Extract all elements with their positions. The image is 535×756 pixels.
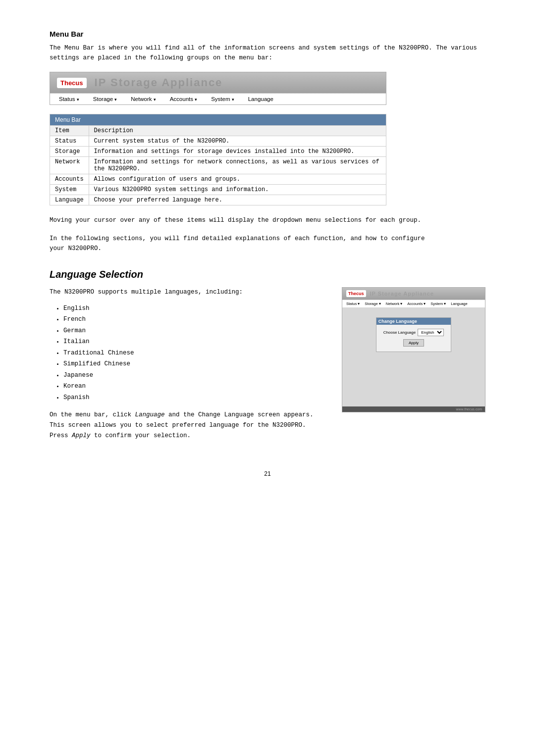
lang-nav-storage: Storage ▾ [365, 302, 380, 306]
table-row: Accounts Allows configuration of users a… [50, 174, 386, 185]
list-item: Japanese [63, 370, 327, 381]
lang-mockup-title: IP Storage Appliance [370, 291, 434, 297]
apply-button[interactable]: Apply [403, 339, 424, 347]
lang-nav-system: System ▾ [430, 302, 446, 306]
nav-network[interactable]: Network ▾ [131, 96, 156, 102]
lang-note-part1: On the menu bar, click [50, 411, 135, 418]
lang-intro: The N3200PRO supports multiple languages… [50, 287, 327, 297]
row-desc-storage: Information and settings for storage dev… [89, 147, 386, 157]
row-item-accounts: Accounts [50, 174, 89, 185]
list-item: Korean [63, 381, 327, 392]
nav-language[interactable]: Language [248, 96, 273, 102]
table-header-row: Menu Bar [50, 114, 386, 126]
menu-table: Menu Bar Item Description Status Current… [50, 114, 386, 205]
page-number: 21 [50, 470, 485, 477]
lang-mockup-body: Change Language Choose Language English … [342, 307, 485, 406]
lang-note-italic1: Language [135, 411, 165, 418]
list-item: German [63, 325, 327, 337]
col-header-desc: Description [89, 126, 386, 136]
table-col-headers: Item Description [50, 126, 386, 136]
col-header-item: Item [50, 126, 89, 136]
row-item-network: Network [50, 157, 89, 174]
list-item: Spanish [63, 392, 327, 403]
change-lang-row: Choose Language English [383, 329, 444, 336]
lang-left-col: The N3200PRO supports multiple languages… [50, 287, 327, 441]
table-row: Language Choose your preferred language … [50, 195, 386, 205]
lang-note: On the menu bar, click Language and the … [50, 410, 327, 441]
nav-system[interactable]: System ▾ [211, 96, 234, 102]
change-lang-title: Change Language [376, 318, 451, 325]
nav-storage[interactable]: Storage ▾ [93, 96, 117, 102]
table-row: System Various N3200PRO system settings … [50, 185, 386, 195]
lang-content: The N3200PRO supports multiple languages… [50, 287, 485, 441]
row-item-system: System [50, 185, 89, 195]
table-row: Network Information and settings for net… [50, 157, 386, 174]
row-desc-network: Information and settings for network con… [89, 157, 386, 174]
list-item: Italian [63, 336, 327, 348]
choose-lang-label: Choose Language [383, 330, 416, 335]
row-desc-status: Current system status of the N3200PRO. [89, 136, 386, 147]
list-item: Simplified Chinese [63, 358, 327, 370]
nav-status[interactable]: Status ▾ [59, 96, 79, 102]
row-item-storage: Storage [50, 147, 89, 157]
nav-accounts[interactable]: Accounts ▾ [170, 96, 198, 102]
lang-note-italic2: Apply [72, 432, 91, 439]
table-row: Storage Information and settings for sto… [50, 147, 386, 157]
menubar-para1: Moving your cursor over any of these ite… [50, 215, 436, 226]
thecus-logo: Thecus [57, 78, 87, 88]
appliance-title: IP Storage Appliance [95, 76, 223, 89]
row-item-status: Status [50, 136, 89, 147]
lang-list: English French German Italian Traditiona… [50, 303, 327, 403]
lang-note-part3: to confirm your selection. [91, 432, 191, 439]
appliance-mockup: Thecus IP Storage Appliance Status ▾ Sto… [50, 72, 386, 105]
lang-mockup-logo: Thecus [346, 290, 366, 297]
appliance-header: Thecus IP Storage Appliance [50, 72, 386, 93]
row-desc-system: Various N3200PRO system settings and inf… [89, 185, 386, 195]
lang-nav-status: Status ▾ [346, 302, 360, 306]
menubar-para2: In the following sections, you will find… [50, 234, 436, 254]
list-item: Traditional Chinese [63, 348, 327, 359]
row-desc-language: Choose your preferred language here. [89, 195, 386, 205]
lang-section-title: Language Selection [50, 269, 485, 280]
appliance-nav: Status ▾ Storage ▾ Network ▾ Accounts ▾ … [50, 93, 386, 104]
change-language-box: Change Language Choose Language English … [376, 317, 451, 352]
lang-mockup-footer: www.thecus.com [342, 406, 485, 412]
list-item: English [63, 303, 327, 314]
lang-mockup: Thecus IP Storage Appliance Status ▾ Sto… [342, 287, 485, 412]
lang-nav-accounts: Accounts ▾ [407, 302, 426, 306]
menubar-title: Menu Bar [50, 30, 485, 38]
menubar-intro: The Menu Bar is where you will find all … [50, 43, 485, 63]
table-header-cell: Menu Bar [50, 114, 386, 126]
lang-mockup-nav: Status ▾ Storage ▾ Network ▾ Accounts ▾ … [342, 300, 485, 307]
table-row: Status Current system status of the N320… [50, 136, 386, 147]
lang-nav-language: Language [451, 302, 467, 306]
row-desc-accounts: Allows configuration of users and groups… [89, 174, 386, 185]
language-select[interactable]: English [418, 329, 444, 336]
lang-nav-network: Network ▾ [386, 302, 403, 306]
list-item: French [63, 314, 327, 325]
lang-mockup-header: Thecus IP Storage Appliance [342, 288, 485, 300]
row-item-language: Language [50, 195, 89, 205]
